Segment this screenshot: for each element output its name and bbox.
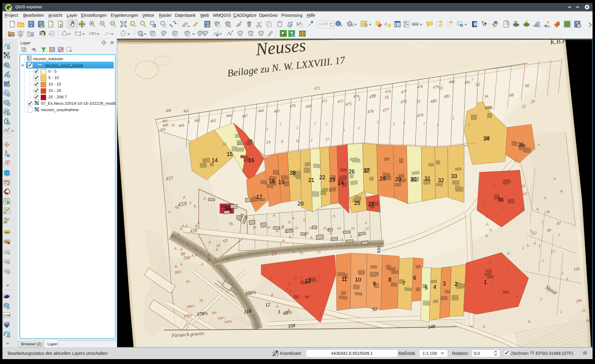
svg-text:358: 358 (287, 323, 295, 329)
svg-text:16: 16 (225, 256, 230, 261)
svg-text:28: 28 (379, 176, 386, 182)
svg-text:9: 9 (373, 281, 376, 287)
svg-text:33: 33 (451, 173, 457, 179)
svg-text:15: 15 (227, 151, 233, 157)
svg-text:477: 477 (382, 107, 390, 113)
svg-text:27: 27 (325, 137, 329, 142)
svg-text:11: 11 (582, 308, 586, 313)
svg-text:32: 32 (438, 177, 444, 184)
svg-text:22: 22 (365, 226, 369, 230)
svg-text:458: 458 (190, 228, 198, 234)
svg-text:87: 87 (556, 221, 561, 226)
svg-text:35: 35 (518, 142, 524, 148)
svg-text:457: 457 (165, 175, 174, 181)
svg-text:25: 25 (354, 200, 360, 206)
svg-text:abc: abc (5, 231, 9, 234)
svg-text:11: 11 (342, 276, 347, 282)
svg-text:75: 75 (299, 250, 303, 256)
svg-text:33: 33 (438, 86, 443, 91)
svg-text:24: 24 (337, 226, 341, 230)
svg-text:478: 478 (416, 84, 423, 89)
svg-text:31: 31 (424, 176, 431, 182)
svg-text:63: 63 (223, 238, 228, 243)
svg-text:16: 16 (384, 95, 389, 100)
svg-text:931: 931 (376, 246, 381, 253)
svg-text:18: 18 (253, 225, 257, 229)
svg-text:i: i (337, 21, 338, 26)
svg-text:24: 24 (338, 180, 344, 186)
svg-text:476: 476 (367, 109, 374, 114)
svg-text:471: 471 (314, 86, 320, 91)
svg-text:16: 16 (248, 157, 254, 163)
svg-text:21: 21 (308, 177, 314, 183)
svg-text:24: 24 (266, 140, 271, 145)
svg-text:19: 19 (371, 93, 376, 98)
svg-text:477: 477 (401, 89, 407, 95)
svg-text:21: 21 (295, 226, 299, 230)
svg-text:6: 6 (413, 275, 416, 281)
svg-text:456: 456 (160, 127, 166, 132)
svg-text:465: 465 (273, 108, 280, 114)
svg-text:349: 349 (427, 324, 435, 330)
svg-text:16: 16 (171, 122, 175, 127)
svg-text:13: 13 (550, 249, 555, 254)
svg-text:318: 318 (243, 308, 251, 315)
svg-text:30: 30 (216, 243, 220, 248)
svg-text:1: 1 (484, 279, 487, 285)
svg-text:20: 20 (298, 201, 304, 207)
svg-text:76: 76 (228, 221, 233, 227)
svg-text:34: 34 (483, 136, 489, 142)
svg-text:ƒ: ƒ (262, 34, 264, 37)
svg-text:29: 29 (395, 176, 401, 182)
svg-text:19: 19 (278, 179, 284, 185)
svg-text:5: 5 (425, 285, 428, 291)
svg-text:29: 29 (530, 99, 535, 104)
svg-text:476: 476 (385, 89, 391, 94)
svg-text:34: 34 (483, 94, 489, 99)
svg-text:30: 30 (410, 176, 416, 182)
svg-text:d: d (252, 34, 253, 37)
svg-text:470: 470 (289, 103, 296, 109)
svg-text:7: 7 (402, 280, 405, 286)
svg-text:29: 29 (199, 298, 203, 303)
svg-text:abc: abc (4, 221, 8, 223)
svg-text:21: 21 (237, 141, 241, 146)
svg-text:92: 92 (372, 306, 377, 312)
svg-text:17: 17 (256, 194, 262, 200)
svg-text:ƒ: ƒ (241, 34, 243, 37)
svg-text:471: 471 (321, 98, 327, 104)
svg-text:12: 12 (305, 278, 311, 284)
svg-text:480: 480 (430, 98, 437, 104)
svg-text:ε: ε (385, 21, 387, 27)
svg-text:467: 467 (242, 113, 248, 118)
svg-text:88: 88 (547, 228, 551, 233)
svg-text:66: 66 (525, 83, 530, 88)
svg-text:?: ? (475, 23, 476, 26)
svg-text:23: 23 (521, 104, 526, 109)
svg-text:32: 32 (416, 99, 421, 104)
svg-text:461: 461 (183, 108, 189, 114)
svg-text:462: 462 (194, 118, 201, 123)
svg-text:22: 22 (319, 174, 325, 180)
svg-text:469: 469 (305, 104, 312, 109)
svg-text:1:1: 1:1 (111, 22, 114, 24)
svg-text:463: 463 (210, 118, 216, 123)
svg-text:479: 479 (416, 113, 423, 118)
svg-text:475: 475 (345, 101, 352, 107)
svg-text:8: 8 (388, 277, 391, 283)
svg-text:2: 2 (454, 281, 457, 287)
svg-text:13: 13 (316, 249, 321, 254)
svg-text:459: 459 (177, 200, 187, 208)
svg-text:14: 14 (212, 157, 218, 163)
svg-text:25: 25 (351, 226, 355, 230)
svg-text:19: 19 (267, 225, 271, 229)
svg-text:52: 52 (475, 82, 480, 87)
svg-text:460: 460 (257, 108, 264, 114)
svg-text:22: 22 (222, 141, 227, 147)
svg-text:12: 12 (265, 302, 270, 308)
svg-text:39: 39 (185, 279, 190, 284)
svg-text:62: 62 (523, 191, 527, 196)
svg-text:108: 108 (573, 266, 580, 272)
svg-text:22: 22 (309, 226, 313, 230)
svg-text:23: 23 (329, 177, 335, 183)
